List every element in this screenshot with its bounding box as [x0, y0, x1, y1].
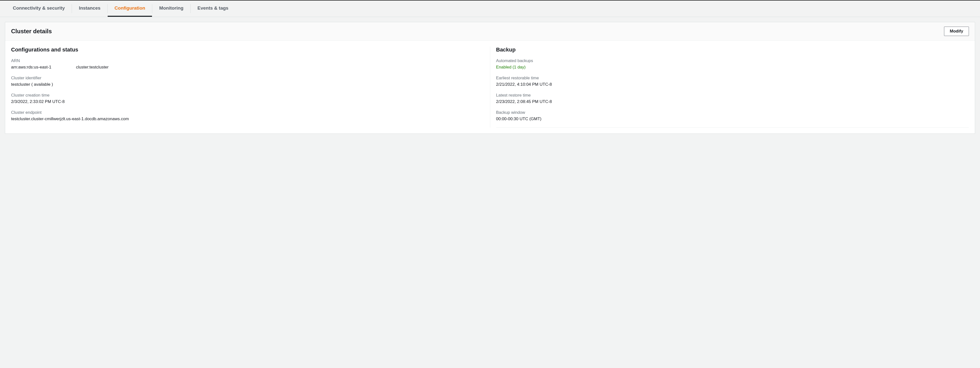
automated-backups-value: Enabled (1 day)	[496, 65, 969, 70]
arn-label: ARN	[11, 58, 484, 63]
cluster-endpoint-value: testcluster.cluster-cmillwerjzlt.us-east…	[11, 116, 484, 121]
tab-events-tags[interactable]: Events & tags	[191, 0, 235, 17]
tab-bar: Connectivity & security Instances Config…	[0, 0, 980, 17]
backup-section-title: Backup	[496, 46, 969, 53]
arn-value: arn:aws:rds:us-east-1 cluster:testcluste…	[11, 65, 484, 70]
cluster-creation-time-label: Cluster creation time	[11, 93, 484, 98]
backup-window-value: 00:00-00:30 UTC (GMT)	[496, 116, 969, 121]
configurations-section-title: Configurations and status	[11, 46, 484, 53]
latest-restore-time-label: Latest restore time	[496, 93, 969, 98]
latest-restore-time-field: Latest restore time 2/23/2022, 2:08:45 P…	[496, 93, 969, 104]
arn-field: ARN arn:aws:rds:us-east-1 cluster:testcl…	[11, 58, 484, 70]
automated-backups-field: Automated backups Enabled (1 day)	[496, 58, 969, 70]
tab-connectivity-security[interactable]: Connectivity & security	[6, 0, 72, 17]
arn-suffix: cluster:testcluster	[76, 65, 108, 70]
cluster-identifier-label: Cluster identifier	[11, 76, 484, 81]
page-root: Connectivity & security Instances Config…	[0, 0, 980, 134]
cluster-endpoint-field: Cluster endpoint testcluster.cluster-cmi…	[11, 110, 484, 121]
cluster-identifier-field: Cluster identifier testcluster ( availab…	[11, 76, 484, 87]
earliest-restorable-time-label: Earliest restorable time	[496, 76, 969, 81]
tab-configuration[interactable]: Configuration	[108, 0, 152, 17]
earliest-restorable-time-value: 2/21/2022, 4:10:04 PM UTC-8	[496, 82, 969, 87]
latest-restore-time-value: 2/23/2022, 2:08:45 PM UTC-8	[496, 99, 969, 104]
modify-button[interactable]: Modify	[944, 27, 969, 36]
cluster-creation-time-field: Cluster creation time 2/3/2022, 2:33:02 …	[11, 93, 484, 104]
backup-window-label: Backup window	[496, 110, 969, 115]
cluster-endpoint-label: Cluster endpoint	[11, 110, 484, 115]
tab-label: Events & tags	[197, 5, 229, 11]
configurations-column: Configurations and status ARN arn:aws:rd…	[11, 46, 490, 127]
tab-label: Configuration	[115, 5, 145, 11]
tab-label: Connectivity & security	[13, 5, 65, 11]
cluster-details-card: Cluster details Modify Configurations an…	[5, 22, 975, 134]
tab-instances[interactable]: Instances	[72, 0, 107, 17]
automated-backups-label: Automated backups	[496, 58, 969, 63]
cluster-creation-time-value: 2/3/2022, 2:33:02 PM UTC-8	[11, 99, 484, 104]
card-header: Cluster details Modify	[5, 22, 975, 41]
tab-monitoring[interactable]: Monitoring	[152, 0, 190, 17]
backup-column: Backup Automated backups Enabled (1 day)…	[490, 46, 969, 127]
tab-label: Monitoring	[159, 5, 183, 11]
arn-prefix: arn:aws:rds:us-east-1	[11, 65, 51, 70]
card-title: Cluster details	[11, 28, 52, 35]
earliest-restorable-time-field: Earliest restorable time 2/21/2022, 4:10…	[496, 76, 969, 87]
card-body: Configurations and status ARN arn:aws:rd…	[5, 41, 975, 134]
cluster-identifier-value: testcluster ( available )	[11, 82, 484, 87]
tab-label: Instances	[79, 5, 100, 11]
backup-window-field: Backup window 00:00-00:30 UTC (GMT)	[496, 110, 969, 121]
